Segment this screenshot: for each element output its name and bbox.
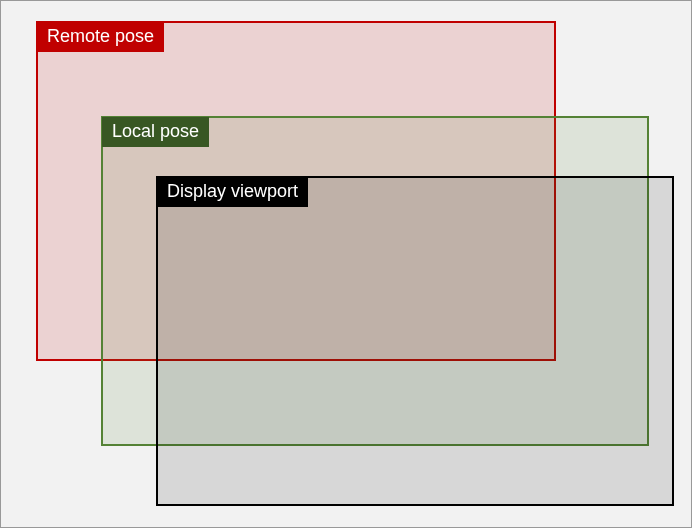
local-pose-label: Local pose bbox=[102, 117, 209, 147]
display-viewport-box: Display viewport bbox=[156, 176, 674, 506]
remote-pose-label: Remote pose bbox=[37, 22, 164, 52]
display-viewport-label: Display viewport bbox=[157, 177, 308, 207]
